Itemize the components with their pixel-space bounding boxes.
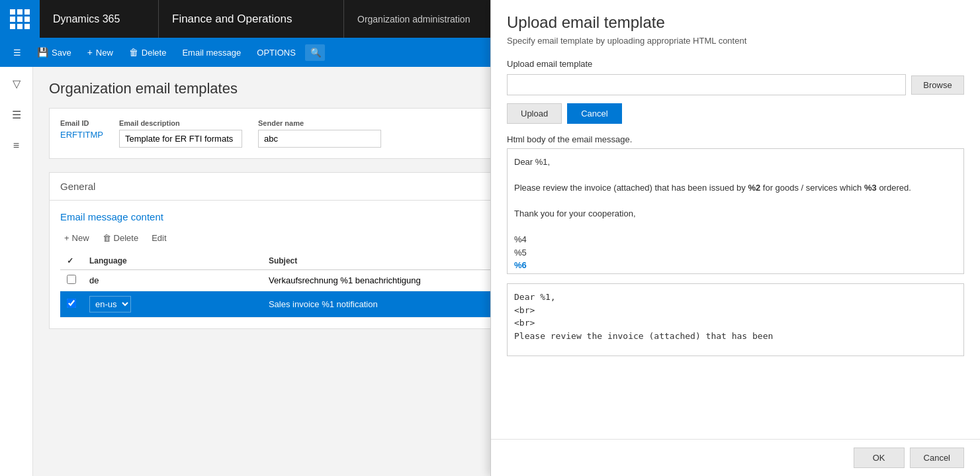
email-id-field-group: Email ID ERFTITMP: [60, 119, 103, 148]
hamburger-button[interactable]: ☰: [7, 44, 28, 62]
row-checkbox[interactable]: [67, 299, 76, 308]
dialog-header: Upload email template Specify email temp…: [491, 0, 980, 51]
content-edit-button[interactable]: Edit: [148, 230, 170, 246]
trash-icon: 🗑: [103, 233, 111, 243]
email-desc-label: Email description: [119, 119, 242, 127]
language-cell: de: [83, 270, 262, 291]
email-message-button[interactable]: Email message: [175, 44, 247, 62]
content-new-button[interactable]: + New: [60, 230, 93, 246]
sender-name-field-group: Sender name: [258, 119, 381, 148]
menu-icon[interactable]: ☰: [8, 105, 25, 125]
footer-cancel-button[interactable]: Cancel: [910, 448, 964, 468]
html-body-label: Html body of the email message.: [507, 134, 964, 144]
html-body-preview[interactable]: Dear %1, Please review the invoice (atta…: [507, 148, 964, 274]
row-checkbox[interactable]: [67, 275, 76, 284]
upload-button[interactable]: Upload: [507, 103, 562, 124]
browse-button[interactable]: Browse: [911, 75, 964, 95]
dialog-subtitle: Specify email template by uploading appr…: [507, 36, 964, 46]
sender-name-input[interactable]: [258, 130, 381, 148]
options-button[interactable]: OPTIONS: [250, 44, 302, 62]
hamburger-icon: ☰: [13, 48, 21, 58]
dialog-body: Upload email template Browse Upload Canc…: [491, 51, 980, 439]
ok-button[interactable]: OK: [854, 448, 905, 468]
dialog-title: Upload email template: [507, 13, 964, 32]
save-button[interactable]: 💾 Save: [30, 43, 78, 62]
delete-icon: 🗑: [129, 47, 138, 58]
plus-icon: +: [87, 47, 93, 58]
language-cell: en-us de: [83, 291, 262, 318]
sidebar-left: ▽ ☰ ≡: [0, 67, 33, 476]
new-button[interactable]: + New: [81, 43, 120, 62]
save-icon: 💾: [37, 47, 48, 58]
upload-row: Browse: [507, 74, 964, 95]
col-language: Language: [83, 252, 262, 270]
upload-email-dialog: Upload email template Specify email temp…: [490, 0, 980, 476]
upload-file-input-box[interactable]: [507, 74, 906, 95]
row-check-cell: [60, 291, 83, 318]
dialog-cancel-upload-button[interactable]: Cancel: [567, 103, 621, 124]
email-id-label: Email ID: [60, 119, 103, 127]
module-label[interactable]: Finance and Operations: [159, 0, 344, 38]
search-button[interactable]: 🔍: [305, 44, 325, 61]
col-check: ✓: [60, 252, 83, 270]
html-source-box[interactable]: Dear %1, <br> <br> Please review the inv…: [507, 283, 964, 356]
search-icon: 🔍: [310, 48, 322, 58]
delete-button[interactable]: 🗑 Delete: [122, 43, 173, 62]
waffle-menu[interactable]: [0, 0, 40, 38]
plus-icon: +: [64, 233, 69, 243]
row-check-cell: [60, 270, 83, 291]
waffle-grid: [10, 9, 30, 29]
brand-label[interactable]: Dynamics 365: [40, 0, 159, 38]
upload-label: Upload email template: [507, 59, 964, 69]
language-select[interactable]: en-us de: [89, 296, 131, 312]
email-desc-input[interactable]: [119, 130, 242, 148]
list-icon[interactable]: ≡: [9, 136, 23, 156]
email-id-value[interactable]: ERFTITMP: [60, 130, 103, 140]
content-delete-button[interactable]: 🗑 Delete: [99, 230, 143, 246]
email-desc-field-group: Email description: [119, 119, 242, 148]
action-row: Upload Cancel: [507, 103, 964, 124]
dialog-footer: OK Cancel: [491, 439, 980, 476]
sender-name-label: Sender name: [258, 119, 381, 127]
filter-icon[interactable]: ▽: [9, 73, 24, 94]
